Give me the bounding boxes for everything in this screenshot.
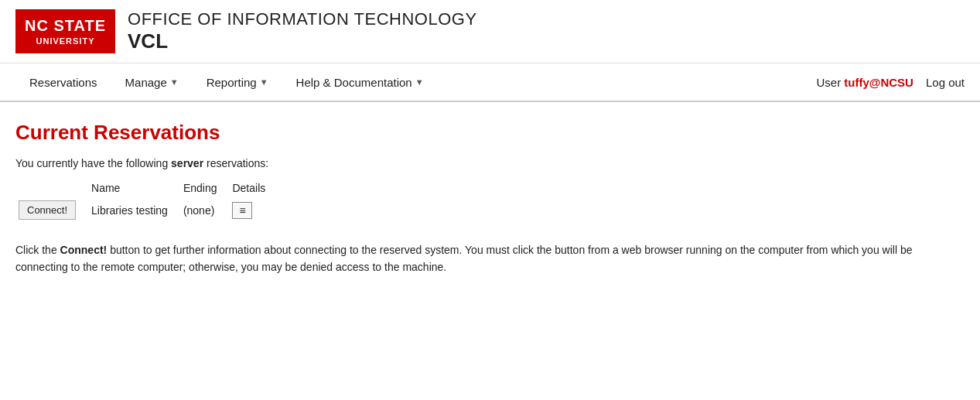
nav-reservations-label: Reservations [29, 76, 97, 89]
table-header-row: Name Ending Details [15, 179, 278, 197]
ncstate-logo: NC STATE UNIVERSITY [15, 9, 115, 53]
footer-note-suffix: button to get further information about … [15, 244, 912, 273]
ncstate-logo-line2: UNIVERSITY [25, 36, 106, 46]
details-icon[interactable]: ≡ [232, 202, 252, 219]
description-prefix: You currently have the following [15, 157, 171, 169]
table-cell-name: Libraries testing [88, 197, 180, 223]
footer-note-bold: Connect! [60, 244, 108, 256]
nav-item-reservations[interactable]: Reservations [15, 65, 111, 100]
table-col-ending: Ending [180, 179, 230, 197]
site-title: OFFICE OF INFORMATION TECHNOLOGY VCL [128, 9, 477, 53]
reservations-table: Name Ending Details Connect! Libraries t… [15, 179, 278, 223]
office-name: OFFICE OF INFORMATION TECHNOLOGY [128, 9, 477, 29]
table-cell-details: ≡ [229, 197, 278, 223]
logout-link[interactable]: Log out [926, 76, 965, 89]
connect-button[interactable]: Connect! [19, 200, 76, 220]
description-text: You currently have the following server … [15, 157, 965, 169]
nav-help-label: Help & Documentation [296, 76, 412, 89]
help-chevron-icon: ▼ [415, 77, 424, 87]
username: tuffy@NCSU [844, 76, 913, 89]
table-col-connect [15, 179, 88, 197]
app-name: VCL [128, 29, 477, 53]
description-bold: server [171, 157, 203, 169]
nav-manage-label: Manage [125, 76, 167, 89]
description-suffix: reservations: [203, 157, 268, 169]
footer-note: Click the Connect! button to get further… [15, 241, 959, 276]
main-navbar: Reservations Manage ▼ Reporting ▼ Help &… [0, 63, 980, 102]
site-header: NC STATE UNIVERSITY OFFICE OF INFORMATIO… [0, 0, 980, 63]
nav-reporting-label: Reporting [207, 76, 257, 89]
manage-chevron-icon: ▼ [170, 77, 179, 87]
table-row: Connect! Libraries testing (none) ≡ [15, 197, 278, 223]
nav-item-manage[interactable]: Manage ▼ [111, 65, 193, 100]
ncstate-logo-line1: NC STATE [25, 15, 106, 36]
nav-left: Reservations Manage ▼ Reporting ▼ Help &… [15, 65, 816, 100]
table-col-name: Name [88, 179, 180, 197]
footer-note-prefix: Click the [15, 244, 60, 256]
logout-label: Log out [926, 76, 965, 89]
table-cell-ending: (none) [180, 197, 230, 223]
page-title: Current Reservations [15, 121, 965, 145]
user-prefix: User [816, 76, 844, 89]
table-cell-connect: Connect! [15, 197, 88, 223]
nav-item-reporting[interactable]: Reporting ▼ [193, 65, 282, 100]
reporting-chevron-icon: ▼ [260, 77, 268, 87]
nav-item-help[interactable]: Help & Documentation ▼ [282, 65, 438, 100]
main-content: Current Reservations You currently have … [0, 102, 980, 295]
user-info: User tuffy@NCSU [816, 76, 913, 89]
nav-right: User tuffy@NCSU Log out [816, 76, 965, 89]
table-col-details: Details [229, 179, 278, 197]
